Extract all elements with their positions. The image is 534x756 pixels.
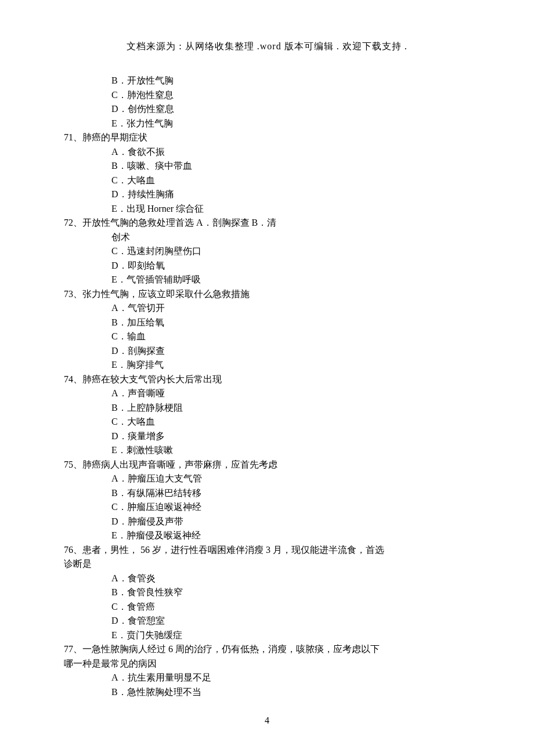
option-line: B．加压给氧 (64, 316, 470, 330)
option-line: D．肿瘤侵及声带 (64, 515, 470, 529)
question-stem: 75、肺癌病人出现声音嘶哑，声带麻痹，应首先考虑 (64, 458, 470, 472)
question-stem: 71、肺癌的早期症状 (64, 131, 470, 145)
option-line: B．咳嗽、痰中带血 (64, 159, 470, 173)
option-line: C．迅速封闭胸壁伤口 (64, 244, 470, 259)
option-line: D．食管憩室 (64, 614, 470, 628)
option-line: D．即刻给氧 (64, 259, 470, 273)
option-line: A．食管炎 (64, 571, 470, 586)
option-line: D．剖胸探查 (64, 344, 470, 359)
option-line: A．抗生素用量明显不足 (64, 671, 470, 685)
option-line: D．持续性胸痛 (64, 187, 470, 202)
option-line: A．气管切开 (64, 301, 470, 316)
option-line: C．肿瘤压迫喉返神经 (64, 500, 470, 515)
question-stem: 76、患者，男性， 56 岁，进行性吞咽困难伴消瘦 3 月，现仅能进半流食，首选 (64, 543, 470, 558)
option-line: E．气管插管辅助呼吸 (64, 273, 470, 287)
option-line: B．开放性气胸 (64, 74, 470, 88)
option-line: E．刺激性咳嗽 (64, 443, 470, 458)
question-stem: 73、张力性气胸，应该立即采取什么急救措施 (64, 287, 470, 302)
option-line: C．大咯血 (64, 415, 470, 429)
option-line: B．上腔静脉梗阻 (64, 401, 470, 415)
option-line: B．食管良性狭窄 (64, 585, 470, 600)
option-line: E．出现 Horner 综合征 (64, 202, 470, 216)
page-number: 4 (0, 715, 534, 726)
question-stem-cont: 创术 (64, 230, 470, 245)
option-line: B．急性脓胸处理不当 (64, 685, 470, 700)
option-line: E．胸穿排气 (64, 358, 470, 372)
option-line: E．张力性气胸 (64, 117, 470, 131)
option-line: A．肿瘤压迫大支气管 (64, 472, 470, 486)
question-stem: 72、开放性气胸的急救处理首选 A．剖胸探查 B．清 (64, 216, 470, 230)
option-line: C．肺泡性窒息 (64, 88, 470, 103)
document-page: 文档来源为 : 从网络收集整理 .word 版本可编辑 . 欢迎下载支持 . B… (0, 0, 534, 756)
question-stem-cont: 诊断是 (64, 557, 470, 571)
option-line: C．大咯血 (64, 173, 470, 188)
question-stem: 77、一急性脓胸病人经过 6 周的治疗，仍有低热，消瘦，咳脓痰，应考虑以下 (64, 642, 470, 657)
option-line: D．痰量增多 (64, 429, 470, 444)
option-line: B．有纵隔淋巴结转移 (64, 486, 470, 501)
option-line: E．肿瘤侵及喉返神经 (64, 529, 470, 543)
option-line: C．食管癌 (64, 600, 470, 614)
option-line: A．食欲不振 (64, 145, 470, 160)
option-line: A．声音嘶哑 (64, 386, 470, 401)
page-header: 文档来源为 : 从网络收集整理 .word 版本可编辑 . 欢迎下载支持 . (64, 41, 470, 53)
question-stem-cont: 哪一种是最常见的病因 (64, 657, 470, 671)
question-stem: 74、肺癌在较大支气管内长大后常出现 (64, 372, 470, 387)
document-body: B．开放性气胸 C．肺泡性窒息 D．创伤性窒息 E．张力性气胸 71、肺癌的早期… (64, 74, 470, 699)
option-line: C．输血 (64, 330, 470, 344)
option-line: E．贲门失驰缓症 (64, 628, 470, 643)
option-line: D．创伤性窒息 (64, 102, 470, 117)
